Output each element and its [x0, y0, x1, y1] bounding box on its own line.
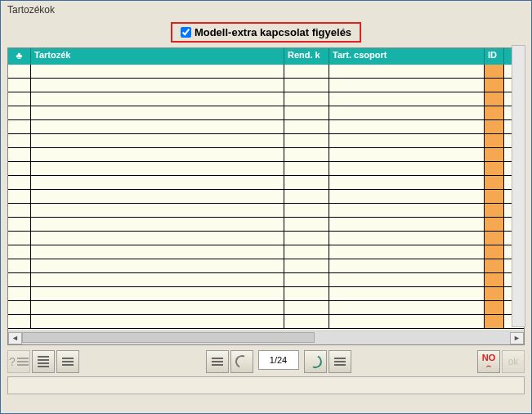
row-csoport-cell: [329, 148, 485, 161]
list-button-2[interactable]: [56, 350, 79, 373]
row-rend-cell: [284, 92, 329, 106]
table-row[interactable]: [8, 190, 524, 204]
column-header-icon[interactable]: ♣: [8, 48, 31, 65]
vertical-scrollbar[interactable]: [512, 45, 525, 327]
row-tartozek-cell: [31, 204, 284, 217]
row-id-cell: [485, 120, 504, 133]
row-tartozek-cell: [31, 176, 284, 189]
row-rend-cell: [284, 79, 329, 92]
grid-body[interactable]: [8, 65, 524, 331]
table-row[interactable]: [8, 176, 524, 190]
row-rend-cell: [284, 301, 329, 314]
row-rend-cell: [284, 204, 329, 217]
row-tartozek-cell: [31, 301, 284, 314]
checkbox-highlight-area: Modell-extra kapcsolat figyelés: [1, 19, 531, 47]
modell-extra-checkbox-input[interactable]: [181, 27, 191, 38]
table-row[interactable]: [8, 273, 524, 287]
horizontal-scrollbar[interactable]: ◄ ►: [8, 331, 524, 344]
row-tartozek-cell: [31, 79, 284, 92]
table-row[interactable]: [8, 106, 524, 120]
row-rend-cell: [284, 273, 329, 286]
row-id-cell: [485, 315, 504, 328]
scroll-thumb[interactable]: [22, 332, 315, 343]
row-icon-cell: [8, 134, 31, 147]
row-id-cell: [485, 190, 504, 203]
row-tartozek-cell: [31, 162, 284, 175]
row-csoport-cell: [329, 106, 485, 119]
table-row[interactable]: [8, 301, 524, 315]
row-icon-cell: [8, 92, 31, 106]
modell-extra-checkbox[interactable]: Modell-extra kapcsolat figyelés: [171, 22, 361, 43]
table-row[interactable]: [8, 232, 524, 245]
table-row[interactable]: [8, 134, 524, 148]
prev-page-button[interactable]: [230, 350, 253, 373]
ok-button[interactable]: ok: [502, 350, 525, 373]
row-tartozek-cell: [31, 259, 284, 272]
row-tartozek-cell: [31, 218, 284, 231]
table-row[interactable]: [8, 162, 524, 176]
accessories-grid: ♣ Tartozék Rend. k Tart. csoport ID ◄ ►: [7, 47, 525, 345]
row-id-cell: [485, 65, 504, 78]
row-csoport-cell: [329, 273, 485, 286]
frown-icon: ⌢: [486, 362, 491, 370]
row-id-cell: [485, 301, 504, 314]
row-icon-cell: [8, 273, 31, 286]
column-header-tartozek[interactable]: Tartozék: [31, 48, 284, 65]
table-row[interactable]: [8, 315, 524, 329]
prev-arrow-icon: [233, 353, 250, 371]
column-header-csoport[interactable]: Tart. csoport: [329, 48, 485, 65]
cancel-button[interactable]: NO ⌢: [477, 350, 500, 373]
row-tartozek-cell: [31, 315, 284, 328]
scroll-track[interactable]: [22, 332, 510, 344]
row-csoport-cell: [329, 162, 485, 175]
row-id-cell: [485, 273, 504, 286]
row-csoport-cell: [329, 134, 485, 147]
table-row[interactable]: [8, 79, 524, 92]
list-button-1[interactable]: [32, 350, 55, 373]
column-header-id[interactable]: ID: [485, 48, 504, 65]
row-id-cell: [485, 245, 504, 259]
row-id-cell: [485, 176, 504, 189]
bottom-toolbar: ? 1/24 NO ⌢ ok: [7, 350, 525, 373]
scroll-right-icon[interactable]: ►: [510, 332, 524, 344]
table-row[interactable]: [8, 218, 524, 232]
row-icon-cell: [8, 218, 31, 231]
row-id-cell: [485, 106, 504, 119]
row-icon-cell: [8, 259, 31, 272]
row-icon-cell: [8, 106, 31, 119]
table-row[interactable]: [8, 92, 524, 106]
row-id-cell: [485, 92, 504, 106]
modell-extra-checkbox-label: Modell-extra kapcsolat figyelés: [194, 26, 351, 38]
row-icon-cell: [8, 65, 31, 78]
row-icon-cell: [8, 245, 31, 259]
table-row[interactable]: [8, 287, 524, 301]
last-page-icon: [334, 358, 346, 366]
row-tartozek-cell: [31, 148, 284, 161]
table-row[interactable]: [8, 245, 524, 259]
row-icon-cell: [8, 79, 31, 92]
page-indicator: 1/24: [258, 350, 299, 370]
row-rend-cell: [284, 190, 329, 203]
first-page-button[interactable]: [206, 350, 229, 373]
table-row[interactable]: [8, 259, 524, 273]
table-row[interactable]: [8, 204, 524, 218]
scroll-left-icon[interactable]: ◄: [8, 332, 22, 344]
row-icon-cell: [8, 162, 31, 175]
last-page-button[interactable]: [329, 350, 351, 373]
table-row[interactable]: [8, 148, 524, 162]
row-tartozek-cell: [31, 287, 284, 300]
table-row[interactable]: [8, 65, 524, 79]
row-icon-cell: [8, 190, 31, 203]
help-button[interactable]: ?: [7, 350, 30, 373]
row-csoport-cell: [329, 301, 485, 314]
table-row[interactable]: [8, 120, 524, 134]
row-tartozek-cell: [31, 106, 284, 119]
row-csoport-cell: [329, 218, 485, 231]
window-title: Tartozékok: [1, 1, 531, 19]
row-rend-cell: [284, 259, 329, 272]
next-page-button[interactable]: [304, 350, 327, 373]
column-header-rend[interactable]: Rend. k: [284, 48, 329, 65]
row-csoport-cell: [329, 204, 485, 217]
row-csoport-cell: [329, 79, 485, 92]
row-id-cell: [485, 287, 504, 300]
